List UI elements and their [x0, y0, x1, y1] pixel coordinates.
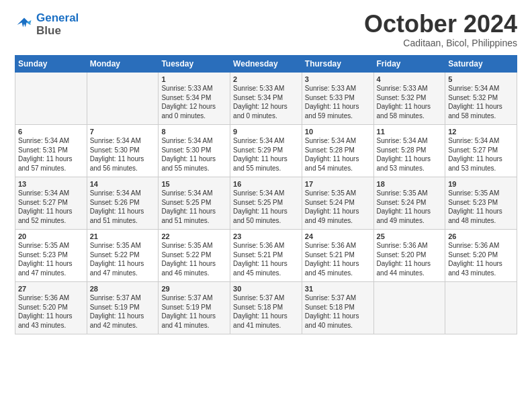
- day-content: Sunrise: 5:34 AM Sunset: 5:30 PM Dayligh…: [90, 136, 156, 173]
- calendar-cell: 18Sunrise: 5:35 AM Sunset: 5:24 PM Dayli…: [373, 177, 445, 230]
- logo-bird-icon: [15, 15, 34, 34]
- day-content: Sunrise: 5:34 AM Sunset: 5:25 PM Dayligh…: [161, 189, 227, 225]
- day-content: Sunrise: 5:35 AM Sunset: 5:23 PM Dayligh…: [18, 241, 84, 277]
- month-title: October 2024: [364, 12, 517, 36]
- calendar-cell: 24Sunrise: 5:36 AM Sunset: 5:21 PM Dayli…: [302, 230, 373, 282]
- day-number: 1: [161, 75, 227, 83]
- day-number: 19: [448, 180, 514, 188]
- calendar-cell: 11Sunrise: 5:34 AM Sunset: 5:28 PM Dayli…: [373, 125, 445, 177]
- day-number: 27: [18, 285, 84, 293]
- day-content: Sunrise: 5:36 AM Sunset: 5:21 PM Dayligh…: [305, 241, 371, 277]
- header-friday: Friday: [373, 56, 445, 73]
- day-content: Sunrise: 5:33 AM Sunset: 5:34 PM Dayligh…: [233, 84, 299, 120]
- page: General Blue October 2024 Caditaan, Bico…: [0, 0, 532, 342]
- day-number: 5: [448, 75, 514, 83]
- day-number: 22: [161, 232, 227, 240]
- header-saturday: Saturday: [445, 56, 517, 73]
- day-content: Sunrise: 5:37 AM Sunset: 5:19 PM Dayligh…: [90, 293, 156, 330]
- header-tuesday: Tuesday: [159, 56, 230, 73]
- day-number: 4: [377, 75, 443, 83]
- day-content: Sunrise: 5:36 AM Sunset: 5:20 PM Dayligh…: [377, 241, 443, 277]
- calendar-cell: 1Sunrise: 5:33 AM Sunset: 5:34 PM Daylig…: [159, 73, 230, 125]
- day-content: Sunrise: 5:34 AM Sunset: 5:32 PM Dayligh…: [448, 84, 514, 120]
- week-row-2: 13Sunrise: 5:34 AM Sunset: 5:27 PM Dayli…: [15, 177, 517, 230]
- calendar-cell: 25Sunrise: 5:36 AM Sunset: 5:20 PM Dayli…: [373, 230, 445, 282]
- calendar-cell: 20Sunrise: 5:35 AM Sunset: 5:23 PM Dayli…: [15, 230, 87, 282]
- calendar-cell: 19Sunrise: 5:35 AM Sunset: 5:23 PM Dayli…: [445, 177, 517, 230]
- day-number: 2: [233, 75, 299, 83]
- calendar-cell: 26Sunrise: 5:36 AM Sunset: 5:20 PM Dayli…: [445, 230, 517, 282]
- calendar-cell: 6Sunrise: 5:34 AM Sunset: 5:31 PM Daylig…: [15, 125, 87, 177]
- calendar-cell: 2Sunrise: 5:33 AM Sunset: 5:34 PM Daylig…: [230, 73, 302, 125]
- calendar-cell: 29Sunrise: 5:37 AM Sunset: 5:19 PM Dayli…: [159, 282, 230, 334]
- header: General Blue October 2024 Caditaan, Bico…: [15, 12, 517, 48]
- day-number: 12: [448, 128, 514, 136]
- day-number: 25: [377, 232, 443, 240]
- day-content: Sunrise: 5:35 AM Sunset: 5:22 PM Dayligh…: [90, 241, 156, 277]
- day-number: 17: [305, 180, 371, 188]
- day-number: 28: [90, 285, 156, 293]
- day-content: Sunrise: 5:37 AM Sunset: 5:18 PM Dayligh…: [233, 293, 299, 330]
- calendar-cell: 31Sunrise: 5:37 AM Sunset: 5:18 PM Dayli…: [302, 282, 373, 334]
- day-number: 8: [161, 128, 227, 136]
- calendar-cell: 21Sunrise: 5:35 AM Sunset: 5:22 PM Dayli…: [87, 230, 159, 282]
- calendar-cell: 13Sunrise: 5:34 AM Sunset: 5:27 PM Dayli…: [15, 177, 87, 230]
- header-monday: Monday: [87, 56, 159, 73]
- calendar-cell: [373, 282, 445, 334]
- calendar-cell: 22Sunrise: 5:35 AM Sunset: 5:22 PM Dayli…: [159, 230, 230, 282]
- calendar-cell: 12Sunrise: 5:34 AM Sunset: 5:27 PM Dayli…: [445, 125, 517, 177]
- calendar-cell: 9Sunrise: 5:34 AM Sunset: 5:29 PM Daylig…: [230, 125, 302, 177]
- calendar-cell: [87, 73, 159, 125]
- calendar-cell: 23Sunrise: 5:36 AM Sunset: 5:21 PM Dayli…: [230, 230, 302, 282]
- calendar-cell: [15, 73, 87, 125]
- title-block: October 2024 Caditaan, Bicol, Philippine…: [364, 12, 517, 48]
- week-row-0: 1Sunrise: 5:33 AM Sunset: 5:34 PM Daylig…: [15, 73, 517, 125]
- day-number: 23: [233, 232, 299, 240]
- day-number: 21: [90, 232, 156, 240]
- day-number: 30: [233, 285, 299, 293]
- calendar-cell: 30Sunrise: 5:37 AM Sunset: 5:18 PM Dayli…: [230, 282, 302, 334]
- day-content: Sunrise: 5:36 AM Sunset: 5:21 PM Dayligh…: [233, 241, 299, 277]
- day-content: Sunrise: 5:35 AM Sunset: 5:23 PM Dayligh…: [448, 189, 514, 225]
- day-content: Sunrise: 5:36 AM Sunset: 5:20 PM Dayligh…: [448, 241, 514, 277]
- day-number: 3: [305, 75, 371, 83]
- header-sunday: Sunday: [15, 56, 87, 73]
- calendar-body: 1Sunrise: 5:33 AM Sunset: 5:34 PM Daylig…: [15, 73, 517, 334]
- calendar-cell: 7Sunrise: 5:34 AM Sunset: 5:30 PM Daylig…: [87, 125, 159, 177]
- day-number: 16: [233, 180, 299, 188]
- calendar-cell: 4Sunrise: 5:33 AM Sunset: 5:32 PM Daylig…: [373, 73, 445, 125]
- day-content: Sunrise: 5:34 AM Sunset: 5:28 PM Dayligh…: [377, 136, 443, 173]
- day-content: Sunrise: 5:35 AM Sunset: 5:24 PM Dayligh…: [377, 189, 443, 225]
- calendar-cell: 16Sunrise: 5:34 AM Sunset: 5:25 PM Dayli…: [230, 177, 302, 230]
- day-content: Sunrise: 5:34 AM Sunset: 5:30 PM Dayligh…: [161, 136, 227, 173]
- calendar-cell: 14Sunrise: 5:34 AM Sunset: 5:26 PM Dayli…: [87, 177, 159, 230]
- day-content: Sunrise: 5:37 AM Sunset: 5:18 PM Dayligh…: [305, 293, 371, 330]
- day-content: Sunrise: 5:36 AM Sunset: 5:20 PM Dayligh…: [18, 293, 84, 330]
- location: Caditaan, Bicol, Philippines: [364, 38, 517, 48]
- calendar-header: SundayMondayTuesdayWednesdayThursdayFrid…: [15, 56, 517, 73]
- day-number: 13: [18, 180, 84, 188]
- calendar-cell: [445, 282, 517, 334]
- day-number: 6: [18, 128, 84, 136]
- day-number: 11: [377, 128, 443, 136]
- day-content: Sunrise: 5:34 AM Sunset: 5:26 PM Dayligh…: [90, 189, 156, 225]
- calendar-cell: 17Sunrise: 5:35 AM Sunset: 5:24 PM Dayli…: [302, 177, 373, 230]
- day-number: 31: [305, 285, 371, 293]
- day-number: 20: [18, 232, 84, 240]
- day-content: Sunrise: 5:35 AM Sunset: 5:24 PM Dayligh…: [305, 189, 371, 225]
- day-number: 9: [233, 128, 299, 136]
- day-content: Sunrise: 5:34 AM Sunset: 5:29 PM Dayligh…: [233, 136, 299, 173]
- calendar-cell: 8Sunrise: 5:34 AM Sunset: 5:30 PM Daylig…: [159, 125, 230, 177]
- week-row-4: 27Sunrise: 5:36 AM Sunset: 5:20 PM Dayli…: [15, 282, 517, 334]
- day-content: Sunrise: 5:37 AM Sunset: 5:19 PM Dayligh…: [161, 293, 227, 330]
- day-number: 14: [90, 180, 156, 188]
- day-number: 18: [377, 180, 443, 188]
- day-content: Sunrise: 5:33 AM Sunset: 5:33 PM Dayligh…: [305, 84, 371, 120]
- calendar-cell: 5Sunrise: 5:34 AM Sunset: 5:32 PM Daylig…: [445, 73, 517, 125]
- day-content: Sunrise: 5:34 AM Sunset: 5:27 PM Dayligh…: [18, 189, 84, 225]
- calendar-cell: 15Sunrise: 5:34 AM Sunset: 5:25 PM Dayli…: [159, 177, 230, 230]
- header-thursday: Thursday: [302, 56, 373, 73]
- day-number: 10: [305, 128, 371, 136]
- day-content: Sunrise: 5:33 AM Sunset: 5:34 PM Dayligh…: [161, 84, 227, 120]
- week-row-3: 20Sunrise: 5:35 AM Sunset: 5:23 PM Dayli…: [15, 230, 517, 282]
